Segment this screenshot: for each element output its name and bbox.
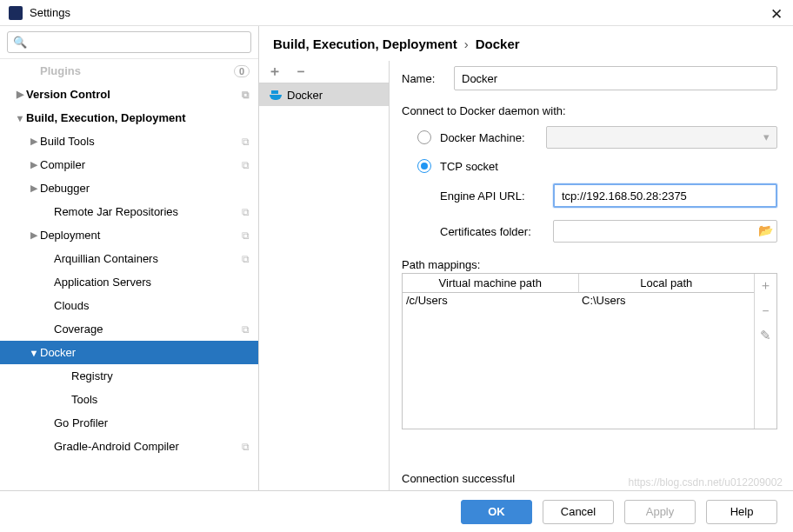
add-config-icon[interactable]: ＋: [268, 63, 282, 81]
add-mapping-icon[interactable]: ＋: [759, 277, 772, 294]
breadcrumb: Build, Execution, Deployment › Docker: [259, 26, 793, 61]
caret-icon: ▶: [14, 89, 26, 100]
name-label: Name:: [402, 72, 454, 85]
caret-icon: ▶: [28, 159, 40, 170]
connection-status: Connection successful: [402, 467, 777, 485]
sidebar: 🔍 Plugins0▶Version Control⧉▼Build, Execu…: [0, 26, 259, 490]
chevron-right-icon: ›: [464, 37, 469, 51]
sidebar-item-plugins[interactable]: Plugins0: [0, 59, 258, 83]
search-input-wrapper[interactable]: 🔍: [7, 31, 251, 53]
cert-folder-input[interactable]: 📂: [553, 220, 777, 243]
scope-icon: ⧉: [242, 441, 250, 453]
ok-button[interactable]: OK: [461, 500, 532, 524]
name-input[interactable]: [454, 66, 777, 90]
scope-icon: ⧉: [242, 89, 250, 101]
settings-tree: Plugins0▶Version Control⧉▼Build, Executi…: [0, 59, 258, 490]
sidebar-item-application-servers[interactable]: Application Servers: [0, 270, 258, 294]
count-badge: 0: [234, 65, 250, 77]
sidebar-item-coverage[interactable]: Coverage⧉: [0, 317, 258, 341]
apply-button[interactable]: Apply: [624, 500, 696, 524]
table-row[interactable]: /c/Users C:\Users: [403, 293, 754, 310]
config-item-label: Docker: [287, 89, 323, 102]
sidebar-item-tools[interactable]: Tools: [0, 388, 258, 411]
engine-url-input[interactable]: [553, 183, 777, 208]
radio-tcp-socket[interactable]: [417, 159, 431, 173]
sidebar-item-gradle-android-compiler[interactable]: Gradle-Android Compiler⧉: [0, 435, 258, 458]
col-local-path: Local path: [579, 274, 755, 292]
app-icon: [9, 6, 23, 20]
scope-icon: ⧉: [242, 229, 250, 242]
sidebar-item-registry[interactable]: Registry: [0, 364, 258, 388]
remove-mapping-icon[interactable]: －: [759, 303, 772, 319]
sidebar-item-label: Build Tools: [40, 135, 258, 148]
sidebar-item-label: Tools: [71, 393, 258, 406]
breadcrumb-leaf: Docker: [476, 37, 520, 51]
cancel-button[interactable]: Cancel: [543, 500, 614, 524]
caret-icon: ▶: [28, 136, 40, 147]
sidebar-item-version-control[interactable]: ▶Version Control⧉: [0, 83, 258, 106]
sidebar-item-label: Debugger: [40, 182, 258, 195]
sidebar-item-build-execution-deployment[interactable]: ▼Build, Execution, Deployment: [0, 106, 258, 130]
docker-machine-combo[interactable]: [546, 126, 777, 149]
sidebar-item-deployment[interactable]: ▶Deployment⧉: [0, 223, 258, 247]
connect-label: Connect to Docker daemon with:: [402, 104, 777, 117]
caret-icon: ▼: [28, 348, 40, 358]
scope-icon: ⧉: [242, 206, 250, 218]
col-vm-path: Virtual machine path: [403, 274, 579, 292]
sidebar-item-label: Application Servers: [54, 276, 258, 289]
cert-folder-label: Certificates folder:: [440, 225, 553, 238]
content-panel: Build, Execution, Deployment › Docker ＋ …: [259, 26, 793, 490]
close-icon[interactable]: ✕: [770, 5, 783, 23]
folder-browse-icon[interactable]: 📂: [758, 223, 773, 237]
sidebar-item-label: Go Profiler: [54, 416, 258, 429]
sidebar-item-build-tools[interactable]: ▶Build Tools⧉: [0, 130, 258, 153]
sidebar-item-label: Plugins: [40, 64, 258, 77]
caret-icon: ▶: [28, 229, 40, 241]
sidebar-item-remote-jar-repositories[interactable]: Remote Jar Repositories⧉: [0, 200, 258, 223]
sidebar-item-label: Remote Jar Repositories: [54, 205, 258, 218]
scope-icon: ⧉: [242, 159, 250, 171]
sidebar-item-label: Clouds: [54, 299, 258, 312]
search-input[interactable]: [30, 36, 245, 49]
caret-icon: ▼: [14, 113, 26, 123]
sidebar-item-docker[interactable]: ▼Docker: [0, 341, 258, 364]
path-mappings-label: Path mappings:: [402, 258, 777, 271]
sidebar-item-arquillian-containers[interactable]: Arquillian Containers⧉: [0, 247, 258, 270]
path-mappings-table: Virtual machine path Local path /c/Users…: [402, 273, 777, 429]
breadcrumb-root: Build, Execution, Deployment: [273, 37, 457, 51]
scope-icon: ⧉: [242, 323, 250, 336]
sidebar-item-go-profiler[interactable]: Go Profiler: [0, 411, 258, 435]
cell-vm-path: /c/Users: [403, 293, 578, 310]
title-bar: Settings ✕: [0, 0, 793, 26]
help-button[interactable]: Help: [706, 500, 777, 524]
sidebar-item-label: Version Control: [26, 88, 258, 101]
dialog-button-bar: OK Cancel Apply Help: [0, 490, 793, 532]
docker-icon: [270, 90, 282, 100]
scope-icon: ⧉: [242, 253, 250, 265]
config-list-item-docker[interactable]: Docker: [259, 83, 389, 106]
docker-form: Name: Connect to Docker daemon with: Doc…: [390, 61, 793, 490]
sidebar-item-label: Deployment: [40, 229, 258, 242]
radio-docker-machine-label: Docker Machine:: [440, 131, 536, 144]
cell-local-path: C:\Users: [578, 293, 754, 310]
window-title: Settings: [30, 6, 70, 19]
config-list-panel: ＋ － Docker: [259, 61, 390, 490]
search-icon: 🔍: [13, 36, 27, 49]
scope-icon: ⧉: [242, 136, 250, 148]
sidebar-item-label: Docker: [40, 346, 258, 359]
main-container: 🔍 Plugins0▶Version Control⧉▼Build, Execu…: [0, 26, 793, 490]
remove-config-icon[interactable]: －: [294, 63, 308, 81]
sidebar-item-label: Compiler: [40, 158, 258, 171]
edit-mapping-icon[interactable]: ✎: [760, 328, 771, 343]
sidebar-item-label: Build, Execution, Deployment: [26, 111, 258, 124]
radio-docker-machine[interactable]: [417, 130, 431, 144]
caret-icon: ▶: [28, 183, 40, 194]
sidebar-item-label: Registry: [71, 369, 258, 382]
radio-tcp-label: TCP socket: [440, 160, 536, 173]
sidebar-item-clouds[interactable]: Clouds: [0, 294, 258, 317]
engine-url-label: Engine API URL:: [440, 190, 553, 203]
sidebar-item-debugger[interactable]: ▶Debugger: [0, 176, 258, 200]
sidebar-item-label: Coverage: [54, 323, 258, 336]
sidebar-item-label: Arquillian Containers: [54, 252, 258, 265]
sidebar-item-compiler[interactable]: ▶Compiler⧉: [0, 153, 258, 176]
